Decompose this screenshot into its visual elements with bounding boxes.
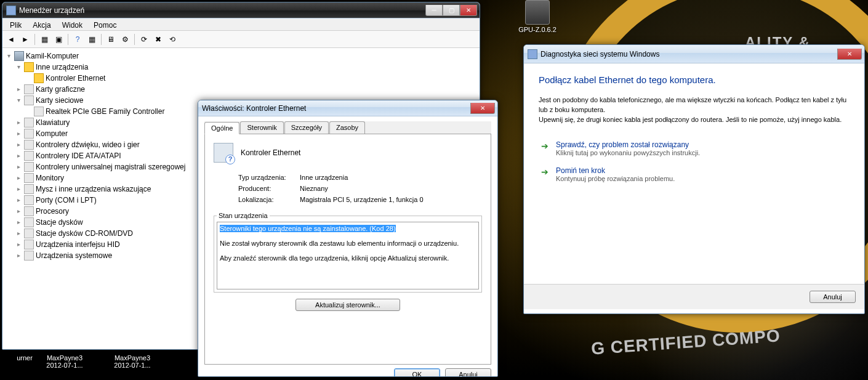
desktop-icon-label: GPU-Z.0.6.2	[513, 26, 562, 33]
tab-driver[interactable]: Sterownik	[240, 121, 283, 134]
window-title: Menedżer urządzeń	[19, 6, 425, 15]
maximize-button[interactable]: ▢	[443, 5, 460, 16]
dev-icon	[24, 140, 34, 150]
toolbar-icon[interactable]: ⟲	[166, 33, 179, 46]
expand-icon[interactable]: ▸	[15, 184, 22, 195]
expand-icon[interactable]: ▸	[15, 239, 22, 250]
tab-details[interactable]: Szczegóły	[284, 121, 329, 134]
toolbar: ◄ ► ▦ ▣ ? ▦ 🖥 ⚙ ⟳ ✖ ⟲	[2, 31, 480, 48]
option-title: Pomiń ten krok	[556, 166, 675, 175]
device-name: Kontroler Ethernet	[241, 148, 300, 157]
update-driver-button[interactable]: Aktualizuj sterownik...	[295, 299, 400, 311]
titlebar[interactable]: Właściwości: Kontroler Ethernet ✕	[198, 100, 497, 116]
toolbar-icon[interactable]: ⚙	[119, 33, 131, 46]
expand-icon[interactable]: ▸	[15, 150, 22, 161]
tree-item-label: Stacje dysków CD-ROM/DVD	[36, 228, 133, 239]
option-subtitle: Kontynuuj próbę rozwiązania problemu.	[556, 175, 675, 182]
tree-item-label: Kamil-Komputer	[26, 51, 79, 62]
diagnostic-headline: Podłącz kabel Ethernet do tego komputera…	[539, 75, 850, 85]
cancel-button[interactable]: Anuluj	[810, 291, 856, 303]
device-status-group: Stan urządzenia Sterowniki tego urządzen…	[214, 212, 482, 293]
warn-icon	[24, 62, 34, 72]
tree-item-label: Karty graficzne	[36, 84, 85, 95]
tree-item-label: Mysz i inne urządzenia wskazujące	[36, 184, 151, 195]
back-button[interactable]: ◄	[5, 33, 17, 46]
close-button[interactable]: ✕	[837, 49, 862, 60]
desktop-icon-sublabel: 2012-07-1...	[108, 362, 157, 369]
separator	[68, 34, 68, 45]
option-check-fixed[interactable]: ➔ Sprawdź, czy problem został rozwiązany…	[539, 135, 850, 161]
toolbar-icon[interactable]: ▣	[52, 33, 65, 46]
tab-general[interactable]: Ogólne	[204, 122, 239, 134]
desktop-icon[interactable]: MaxPayne3 2012-07-1...	[40, 354, 89, 369]
diagnostic-icon	[528, 49, 537, 59]
expand-icon[interactable]: ▸	[15, 128, 22, 139]
expand-icon[interactable]: ▾	[5, 51, 12, 62]
menu-action[interactable]: Akcja	[28, 20, 55, 29]
dev-icon	[24, 84, 34, 94]
status-line: Aby znaleźć sterownik dla tego urządzeni…	[220, 254, 449, 262]
tree-item-label: Porty (COM i LPT)	[36, 195, 97, 206]
close-button[interactable]: ✕	[470, 103, 495, 114]
expand-icon[interactable]: ▸	[15, 161, 22, 172]
dialog-title: Właściwości: Kontroler Ethernet	[202, 104, 470, 113]
tree-item-label: Stacje dysków	[36, 217, 83, 228]
desktop-icon-label: MaxPayne3	[40, 354, 89, 362]
pc-icon	[14, 51, 24, 61]
expand-icon[interactable]: ▸	[15, 117, 22, 128]
toolbar-icon[interactable]: ▦	[86, 33, 98, 46]
toolbar-icon[interactable]: ▦	[38, 33, 50, 46]
menu-help[interactable]: Pomoc	[89, 20, 121, 29]
uninstall-icon[interactable]: ✖	[152, 33, 164, 46]
tree-item[interactable]: ▸Karty graficzne	[5, 84, 477, 95]
dev-icon	[34, 107, 44, 116]
tree-item-label: Monitory	[36, 172, 64, 184]
close-button[interactable]: ✕	[460, 5, 477, 16]
tree-item[interactable]: Kontroler Ethernet	[5, 73, 477, 84]
scan-hardware-icon[interactable]: 🖥	[105, 33, 117, 46]
dev-icon	[24, 95, 34, 105]
tree-item[interactable]: ▾Kamil-Komputer	[5, 51, 477, 62]
update-driver-icon[interactable]: ⟳	[138, 33, 150, 46]
dialog-footer: Anuluj	[524, 284, 864, 309]
dev-icon	[24, 195, 34, 205]
expand-icon[interactable]: ▸	[15, 139, 22, 150]
option-skip-step[interactable]: ➔ Pomiń ten krok Kontynuuj próbę rozwiąz…	[539, 161, 850, 187]
device-status-text[interactable]: Sterowniki tego urządzenia nie są zainst…	[217, 222, 479, 289]
device-status-legend: Stan urządzenia	[217, 212, 270, 219]
expand-icon[interactable]: ▸	[15, 217, 22, 228]
desktop-icon[interactable]: MaxPayne3 2012-07-1...	[108, 354, 157, 369]
menubar: Plik Akcja Widok Pomoc	[2, 18, 480, 31]
minimize-button[interactable]: ─	[425, 5, 443, 16]
menu-view[interactable]: Widok	[57, 20, 87, 29]
tab-panel: Kontroler Ethernet Typ urządzenia: Inne …	[204, 134, 491, 365]
expand-icon[interactable]: ▸	[15, 206, 22, 217]
expand-icon[interactable]: ▸	[15, 195, 22, 206]
expand-icon[interactable]: ▸	[15, 172, 22, 184]
dev-icon	[24, 206, 34, 216]
forward-button[interactable]: ►	[19, 33, 31, 46]
tab-resources[interactable]: Zasoby	[329, 121, 365, 134]
desktop-icon-sublabel: 2012-07-1...	[40, 362, 89, 369]
expand-icon[interactable]: ▸	[15, 84, 22, 95]
value-location: Magistrala PCI 5, urządzenie 1, funkcja …	[300, 196, 424, 203]
ok-button[interactable]: OK	[394, 368, 440, 377]
titlebar[interactable]: Diagnostyka sieci systemu Windows ✕	[524, 45, 864, 63]
cancel-button[interactable]: Anuluj	[445, 368, 491, 377]
expand-icon[interactable]: ▸	[15, 250, 22, 261]
desktop-icon-gpuz[interactable]: GPU-Z.0.6.2	[513, 0, 562, 33]
arrow-icon: ➔	[541, 167, 549, 177]
expand-icon[interactable]: ▾	[15, 62, 22, 73]
status-line: Nie został wybrany sterownik dla zestawu…	[220, 240, 459, 247]
expand-icon[interactable]: ▾	[15, 95, 22, 106]
window-title: Diagnostyka sieci systemu Windows	[540, 50, 837, 59]
titlebar[interactable]: Menedżer urządzeń ─ ▢ ✕	[2, 2, 480, 18]
dev-icon	[24, 151, 34, 161]
expand-icon[interactable]: ▸	[15, 228, 22, 239]
status-selected-line: Sterowniki tego urządzenia nie są zainst…	[220, 225, 396, 232]
menu-file[interactable]: Plik	[5, 20, 26, 29]
tree-item[interactable]: ▾Inne urządzenia	[5, 62, 477, 73]
tabstrip: Ogólne Sterownik Szczegóły Zasoby	[204, 121, 491, 134]
help-icon[interactable]: ?	[71, 33, 84, 46]
warn-icon	[34, 73, 44, 83]
